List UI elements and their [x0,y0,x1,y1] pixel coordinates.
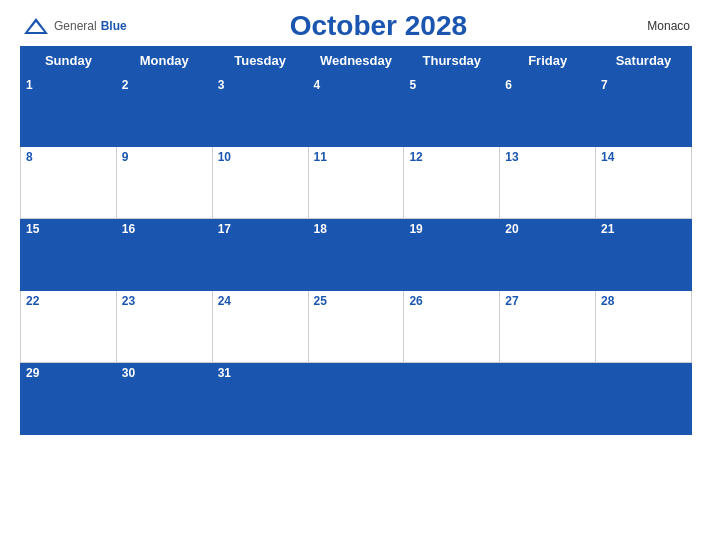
date-number: 21 [601,222,614,236]
date-cell-6: 6 [500,75,596,147]
empty-cell [596,363,692,435]
date-cell-7: 7 [596,75,692,147]
date-cell-21: 21 [596,219,692,291]
date-number: 28 [601,294,614,308]
date-number: 19 [409,222,422,236]
date-cell-10: 10 [212,147,308,219]
date-number: 29 [26,366,39,380]
date-number: 7 [601,78,608,92]
date-number: 27 [505,294,518,308]
day-header-saturday: Saturday [596,47,692,75]
day-header-tuesday: Tuesday [212,47,308,75]
date-cell-13: 13 [500,147,596,219]
date-number: 16 [122,222,135,236]
date-number: 24 [218,294,231,308]
date-number: 17 [218,222,231,236]
date-number: 14 [601,150,614,164]
date-cell-14: 14 [596,147,692,219]
date-cell-9: 9 [116,147,212,219]
date-number: 10 [218,150,231,164]
date-cell-26: 26 [404,291,500,363]
date-number: 26 [409,294,422,308]
week-row-2: 891011121314 [21,147,692,219]
date-number: 15 [26,222,39,236]
week-row-4: 22232425262728 [21,291,692,363]
day-header-thursday: Thursday [404,47,500,75]
calendar-table: SundayMondayTuesdayWednesdayThursdayFrid… [20,46,692,435]
date-cell-3: 3 [212,75,308,147]
date-number: 1 [26,78,33,92]
date-number: 13 [505,150,518,164]
date-number: 5 [409,78,416,92]
date-cell-27: 27 [500,291,596,363]
date-cell-1: 1 [21,75,117,147]
date-cell-29: 29 [21,363,117,435]
logo-general: General [54,19,97,33]
date-cell-15: 15 [21,219,117,291]
generalblue-logo-icon [22,16,50,36]
calendar-wrapper: General Blue October 2028 Monaco SundayM… [20,10,692,435]
calendar-header: General Blue October 2028 Monaco [20,10,692,42]
date-number: 2 [122,78,129,92]
week-row-1: 1234567 [21,75,692,147]
date-number: 6 [505,78,512,92]
date-cell-8: 8 [21,147,117,219]
date-number: 22 [26,294,39,308]
empty-cell [308,363,404,435]
date-number: 9 [122,150,129,164]
date-number: 4 [314,78,321,92]
date-cell-20: 20 [500,219,596,291]
date-cell-31: 31 [212,363,308,435]
date-number: 20 [505,222,518,236]
date-cell-2: 2 [116,75,212,147]
day-header-wednesday: Wednesday [308,47,404,75]
date-cell-12: 12 [404,147,500,219]
day-headers-row: SundayMondayTuesdayWednesdayThursdayFrid… [21,47,692,75]
date-cell-11: 11 [308,147,404,219]
week-row-5: 293031 [21,363,692,435]
date-number: 11 [314,150,327,164]
day-header-monday: Monday [116,47,212,75]
date-cell-5: 5 [404,75,500,147]
date-number: 25 [314,294,327,308]
date-cell-17: 17 [212,219,308,291]
date-cell-22: 22 [21,291,117,363]
date-cell-19: 19 [404,219,500,291]
date-number: 3 [218,78,225,92]
week-row-3: 15161718192021 [21,219,692,291]
date-cell-24: 24 [212,291,308,363]
date-cell-28: 28 [596,291,692,363]
date-cell-16: 16 [116,219,212,291]
date-number: 18 [314,222,327,236]
logo-blue: Blue [101,19,127,33]
date-number: 31 [218,366,231,380]
day-header-sunday: Sunday [21,47,117,75]
calendar-title: October 2028 [127,10,630,42]
date-cell-4: 4 [308,75,404,147]
date-number: 12 [409,150,422,164]
logo-area: General Blue [22,16,127,36]
region-label: Monaco [630,19,690,33]
date-number: 8 [26,150,33,164]
date-number: 23 [122,294,135,308]
empty-cell [404,363,500,435]
date-cell-18: 18 [308,219,404,291]
date-cell-23: 23 [116,291,212,363]
day-header-friday: Friday [500,47,596,75]
date-cell-30: 30 [116,363,212,435]
date-cell-25: 25 [308,291,404,363]
empty-cell [500,363,596,435]
date-number: 30 [122,366,135,380]
